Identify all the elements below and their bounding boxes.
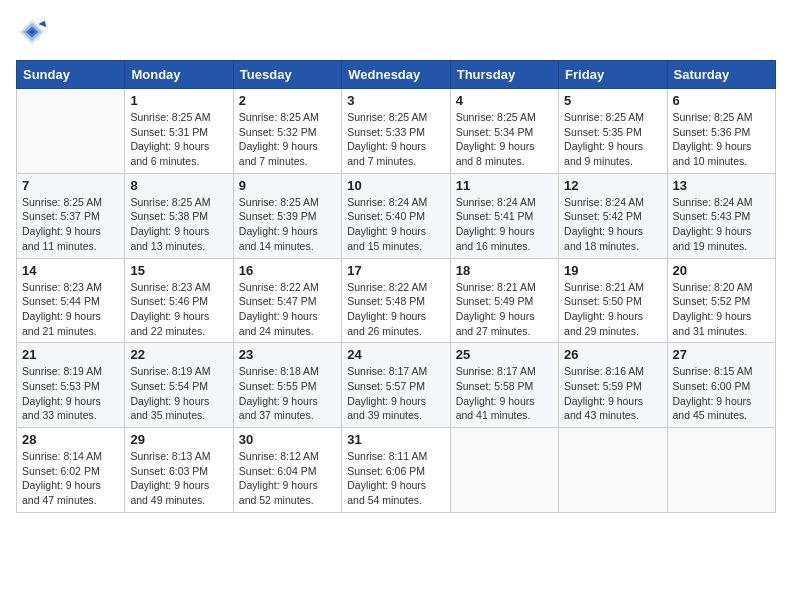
day-number: 2 xyxy=(239,93,336,108)
day-number: 16 xyxy=(239,263,336,278)
day-info: Sunrise: 8:11 AMSunset: 6:06 PMDaylight:… xyxy=(347,449,444,508)
calendar-header-thursday: Thursday xyxy=(450,61,558,89)
calendar-cell: 30Sunrise: 8:12 AMSunset: 6:04 PMDayligh… xyxy=(233,428,341,513)
calendar-cell: 11Sunrise: 8:24 AMSunset: 5:41 PMDayligh… xyxy=(450,173,558,258)
calendar-header-tuesday: Tuesday xyxy=(233,61,341,89)
day-info: Sunrise: 8:14 AMSunset: 6:02 PMDaylight:… xyxy=(22,449,119,508)
day-info: Sunrise: 8:13 AMSunset: 6:03 PMDaylight:… xyxy=(130,449,227,508)
day-info: Sunrise: 8:25 AMSunset: 5:39 PMDaylight:… xyxy=(239,195,336,254)
day-info: Sunrise: 8:25 AMSunset: 5:36 PMDaylight:… xyxy=(673,110,770,169)
day-number: 14 xyxy=(22,263,119,278)
calendar-cell: 7Sunrise: 8:25 AMSunset: 5:37 PMDaylight… xyxy=(17,173,125,258)
calendar-cell: 20Sunrise: 8:20 AMSunset: 5:52 PMDayligh… xyxy=(667,258,775,343)
calendar-cell: 16Sunrise: 8:22 AMSunset: 5:47 PMDayligh… xyxy=(233,258,341,343)
day-number: 26 xyxy=(564,347,661,362)
calendar-header-monday: Monday xyxy=(125,61,233,89)
day-info: Sunrise: 8:24 AMSunset: 5:41 PMDaylight:… xyxy=(456,195,553,254)
calendar-cell: 6Sunrise: 8:25 AMSunset: 5:36 PMDaylight… xyxy=(667,89,775,174)
day-info: Sunrise: 8:24 AMSunset: 5:43 PMDaylight:… xyxy=(673,195,770,254)
day-number: 6 xyxy=(673,93,770,108)
day-number: 1 xyxy=(130,93,227,108)
day-info: Sunrise: 8:23 AMSunset: 5:46 PMDaylight:… xyxy=(130,280,227,339)
logo xyxy=(16,16,52,48)
day-number: 23 xyxy=(239,347,336,362)
day-info: Sunrise: 8:25 AMSunset: 5:32 PMDaylight:… xyxy=(239,110,336,169)
day-number: 18 xyxy=(456,263,553,278)
calendar-header-friday: Friday xyxy=(559,61,667,89)
calendar-cell: 25Sunrise: 8:17 AMSunset: 5:58 PMDayligh… xyxy=(450,343,558,428)
day-number: 5 xyxy=(564,93,661,108)
day-number: 25 xyxy=(456,347,553,362)
day-number: 10 xyxy=(347,178,444,193)
calendar-cell: 28Sunrise: 8:14 AMSunset: 6:02 PMDayligh… xyxy=(17,428,125,513)
calendar-cell: 5Sunrise: 8:25 AMSunset: 5:35 PMDaylight… xyxy=(559,89,667,174)
day-info: Sunrise: 8:20 AMSunset: 5:52 PMDaylight:… xyxy=(673,280,770,339)
day-info: Sunrise: 8:21 AMSunset: 5:49 PMDaylight:… xyxy=(456,280,553,339)
day-number: 9 xyxy=(239,178,336,193)
day-number: 31 xyxy=(347,432,444,447)
day-number: 17 xyxy=(347,263,444,278)
day-number: 19 xyxy=(564,263,661,278)
calendar-body: 1Sunrise: 8:25 AMSunset: 5:31 PMDaylight… xyxy=(17,89,776,513)
day-number: 8 xyxy=(130,178,227,193)
page-header xyxy=(16,16,776,48)
day-info: Sunrise: 8:22 AMSunset: 5:47 PMDaylight:… xyxy=(239,280,336,339)
calendar-cell: 15Sunrise: 8:23 AMSunset: 5:46 PMDayligh… xyxy=(125,258,233,343)
day-number: 20 xyxy=(673,263,770,278)
day-number: 3 xyxy=(347,93,444,108)
calendar-cell xyxy=(667,428,775,513)
calendar-week-4: 21Sunrise: 8:19 AMSunset: 5:53 PMDayligh… xyxy=(17,343,776,428)
day-info: Sunrise: 8:17 AMSunset: 5:57 PMDaylight:… xyxy=(347,364,444,423)
day-number: 22 xyxy=(130,347,227,362)
calendar-cell: 3Sunrise: 8:25 AMSunset: 5:33 PMDaylight… xyxy=(342,89,450,174)
calendar-cell: 23Sunrise: 8:18 AMSunset: 5:55 PMDayligh… xyxy=(233,343,341,428)
day-info: Sunrise: 8:22 AMSunset: 5:48 PMDaylight:… xyxy=(347,280,444,339)
calendar-cell: 27Sunrise: 8:15 AMSunset: 6:00 PMDayligh… xyxy=(667,343,775,428)
calendar-week-1: 1Sunrise: 8:25 AMSunset: 5:31 PMDaylight… xyxy=(17,89,776,174)
calendar-cell: 12Sunrise: 8:24 AMSunset: 5:42 PMDayligh… xyxy=(559,173,667,258)
day-number: 4 xyxy=(456,93,553,108)
day-info: Sunrise: 8:21 AMSunset: 5:50 PMDaylight:… xyxy=(564,280,661,339)
day-number: 24 xyxy=(347,347,444,362)
day-info: Sunrise: 8:25 AMSunset: 5:38 PMDaylight:… xyxy=(130,195,227,254)
calendar-cell: 31Sunrise: 8:11 AMSunset: 6:06 PMDayligh… xyxy=(342,428,450,513)
day-number: 12 xyxy=(564,178,661,193)
day-number: 7 xyxy=(22,178,119,193)
calendar-cell: 1Sunrise: 8:25 AMSunset: 5:31 PMDaylight… xyxy=(125,89,233,174)
calendar-cell: 17Sunrise: 8:22 AMSunset: 5:48 PMDayligh… xyxy=(342,258,450,343)
calendar-week-2: 7Sunrise: 8:25 AMSunset: 5:37 PMDaylight… xyxy=(17,173,776,258)
calendar-header-row: SundayMondayTuesdayWednesdayThursdayFrid… xyxy=(17,61,776,89)
day-info: Sunrise: 8:25 AMSunset: 5:31 PMDaylight:… xyxy=(130,110,227,169)
calendar-table: SundayMondayTuesdayWednesdayThursdayFrid… xyxy=(16,60,776,513)
calendar-cell: 21Sunrise: 8:19 AMSunset: 5:53 PMDayligh… xyxy=(17,343,125,428)
day-info: Sunrise: 8:24 AMSunset: 5:42 PMDaylight:… xyxy=(564,195,661,254)
calendar-cell xyxy=(559,428,667,513)
calendar-week-5: 28Sunrise: 8:14 AMSunset: 6:02 PMDayligh… xyxy=(17,428,776,513)
calendar-header-wednesday: Wednesday xyxy=(342,61,450,89)
calendar-cell: 13Sunrise: 8:24 AMSunset: 5:43 PMDayligh… xyxy=(667,173,775,258)
calendar-cell: 2Sunrise: 8:25 AMSunset: 5:32 PMDaylight… xyxy=(233,89,341,174)
calendar-cell: 4Sunrise: 8:25 AMSunset: 5:34 PMDaylight… xyxy=(450,89,558,174)
calendar-cell: 24Sunrise: 8:17 AMSunset: 5:57 PMDayligh… xyxy=(342,343,450,428)
day-number: 21 xyxy=(22,347,119,362)
day-info: Sunrise: 8:23 AMSunset: 5:44 PMDaylight:… xyxy=(22,280,119,339)
day-number: 28 xyxy=(22,432,119,447)
day-number: 11 xyxy=(456,178,553,193)
day-info: Sunrise: 8:19 AMSunset: 5:54 PMDaylight:… xyxy=(130,364,227,423)
calendar-cell: 10Sunrise: 8:24 AMSunset: 5:40 PMDayligh… xyxy=(342,173,450,258)
day-info: Sunrise: 8:25 AMSunset: 5:34 PMDaylight:… xyxy=(456,110,553,169)
day-number: 30 xyxy=(239,432,336,447)
day-number: 15 xyxy=(130,263,227,278)
day-info: Sunrise: 8:19 AMSunset: 5:53 PMDaylight:… xyxy=(22,364,119,423)
day-info: Sunrise: 8:25 AMSunset: 5:37 PMDaylight:… xyxy=(22,195,119,254)
day-info: Sunrise: 8:24 AMSunset: 5:40 PMDaylight:… xyxy=(347,195,444,254)
day-info: Sunrise: 8:16 AMSunset: 5:59 PMDaylight:… xyxy=(564,364,661,423)
day-number: 13 xyxy=(673,178,770,193)
day-info: Sunrise: 8:15 AMSunset: 6:00 PMDaylight:… xyxy=(673,364,770,423)
day-info: Sunrise: 8:17 AMSunset: 5:58 PMDaylight:… xyxy=(456,364,553,423)
day-number: 29 xyxy=(130,432,227,447)
calendar-header-sunday: Sunday xyxy=(17,61,125,89)
calendar-cell: 18Sunrise: 8:21 AMSunset: 5:49 PMDayligh… xyxy=(450,258,558,343)
calendar-cell: 22Sunrise: 8:19 AMSunset: 5:54 PMDayligh… xyxy=(125,343,233,428)
day-number: 27 xyxy=(673,347,770,362)
